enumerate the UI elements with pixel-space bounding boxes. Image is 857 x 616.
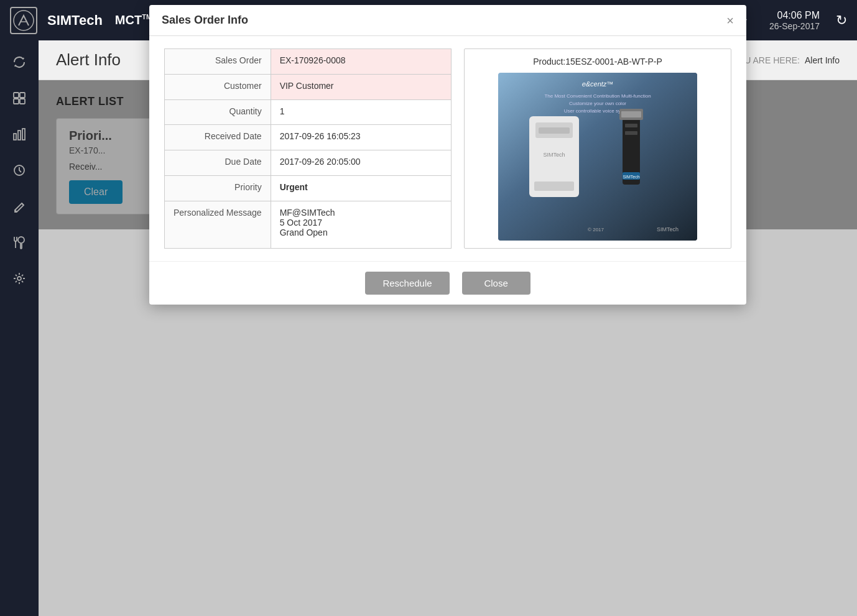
sales-order-modal: Sales Order Info × Sales Order EX-170926…	[149, 5, 746, 305]
svg-text:© 2017: © 2017	[588, 227, 604, 232]
table-row-due-date: Due Date 2017-09-26 20:05:00	[165, 150, 452, 176]
priority-label: Priority	[165, 176, 271, 201]
svg-rect-3	[14, 99, 19, 104]
modal-header: Sales Order Info ×	[149, 5, 746, 36]
svg-rect-2	[20, 93, 25, 98]
sidebar	[0, 40, 39, 616]
mct-label: MCTTM	[115, 13, 152, 27]
personalized-message-line1: MF@SIMTech	[280, 208, 335, 218]
sidebar-item-settings[interactable]	[4, 263, 35, 294]
table-row-quantity: Quantity 1	[165, 99, 452, 125]
svg-rect-22	[621, 111, 641, 117]
sidebar-item-edit[interactable]	[4, 191, 35, 222]
svg-text:SIMTech: SIMTech	[657, 226, 679, 232]
received-date-label: Received Date	[165, 125, 271, 150]
svg-point-9	[17, 277, 21, 280]
current-date: 26-Sep-2017	[769, 21, 820, 31]
personalized-message-line3: Grand Open	[280, 228, 328, 237]
sidebar-item-tools[interactable]	[4, 227, 35, 258]
svg-rect-1	[14, 93, 19, 98]
product-label: Product:15ESZ-0001-AB-WT-P-P	[533, 57, 662, 67]
table-row-priority: Priority Urgent	[165, 176, 452, 201]
table-row-sales-order: Sales Order EX-170926-0008	[165, 49, 452, 75]
due-date-value: 2017-09-26 20:05:00	[271, 150, 451, 176]
product-svg: e&centz™ The Most Convenient Contributio…	[498, 73, 697, 241]
personalized-message-value: MF@SIMTech 5 Oct 2017 Grand Open	[271, 201, 451, 248]
personalized-message-label: Personalized Message	[165, 201, 271, 248]
modal-close-button[interactable]: ×	[726, 14, 734, 27]
svg-rect-4	[20, 99, 25, 104]
received-date-value: 2017-09-26 16:05:23	[271, 125, 451, 150]
modal-body: Sales Order EX-170926-0008 Customer VIP …	[149, 36, 746, 261]
priority-value: Urgent	[271, 176, 451, 201]
breadcrumb: YOU ARE HERE: Alert Info	[732, 55, 840, 65]
breadcrumb-current: Alert Info	[805, 55, 840, 65]
svg-text:The Most Convenient Contributi: The Most Convenient Contribution Multi-f…	[544, 93, 651, 99]
sidebar-item-cycle[interactable]	[4, 155, 35, 186]
svg-text:e&centz™: e&centz™	[582, 80, 614, 88]
product-image: e&centz™ The Most Convenient Contributio…	[498, 73, 697, 241]
info-table: Sales Order EX-170926-0008 Customer VIP …	[164, 48, 452, 249]
modal-footer: Reschedule Close	[149, 261, 746, 305]
sales-order-value: EX-170926-0008	[271, 49, 451, 75]
quantity-label: Quantity	[165, 99, 271, 125]
modal-overlay: Sales Order Info × Sales Order EX-170926…	[39, 80, 857, 229]
current-time: 04:06 PM	[769, 10, 820, 21]
table-row-personalized-message: Personalized Message MF@SIMTech 5 Oct 20…	[165, 201, 452, 248]
quantity-value: 1	[271, 99, 451, 125]
svg-text:SIMTech: SIMTech	[543, 152, 565, 158]
modal-title: Sales Order Info	[162, 14, 248, 27]
app-logo	[10, 7, 37, 34]
svg-text:SIMTech: SIMTech	[623, 175, 639, 179]
sidebar-item-chart[interactable]	[4, 119, 35, 150]
page-title: Alert Info	[56, 50, 121, 70]
brand-name: SIMTech	[47, 12, 103, 29]
svg-rect-19	[534, 182, 574, 191]
close-button[interactable]: Close	[462, 272, 530, 295]
svg-rect-7	[22, 129, 25, 140]
svg-text:Customize your own color: Customize your own color	[569, 101, 626, 106]
table-row-received-date: Received Date 2017-09-26 16:05:23	[165, 125, 452, 150]
svg-point-0	[14, 11, 34, 30]
time-area: 04:06 PM 26-Sep-2017	[769, 10, 820, 31]
svg-rect-6	[18, 131, 21, 140]
sidebar-item-grid[interactable]	[4, 83, 35, 114]
customer-label: Customer	[165, 74, 271, 99]
table-row-customer: Customer VIP Customer	[165, 74, 452, 99]
customer-value: VIP Customer	[271, 74, 451, 99]
sales-order-label: Sales Order	[165, 49, 271, 75]
alert-list-area: ALERT LIST Priori... EX-170... Receiv...…	[39, 80, 857, 229]
main-layout: Alert Info YOU ARE HERE: Alert Info ALER…	[0, 40, 857, 616]
personalized-message-line2: 5 Oct 2017	[280, 218, 323, 228]
product-panel: Product:15ESZ-0001-AB-WT-P-P	[464, 48, 731, 249]
svg-rect-23	[625, 124, 637, 127]
refresh-icon[interactable]: ↻	[836, 12, 847, 29]
svg-rect-24	[625, 131, 637, 135]
sidebar-item-refresh[interactable]	[4, 47, 35, 78]
due-date-label: Due Date	[165, 150, 271, 176]
content-area: Alert Info YOU ARE HERE: Alert Info ALER…	[39, 40, 857, 616]
svg-rect-5	[14, 134, 16, 140]
reschedule-button[interactable]: Reschedule	[365, 272, 449, 295]
svg-rect-17	[539, 127, 570, 134]
